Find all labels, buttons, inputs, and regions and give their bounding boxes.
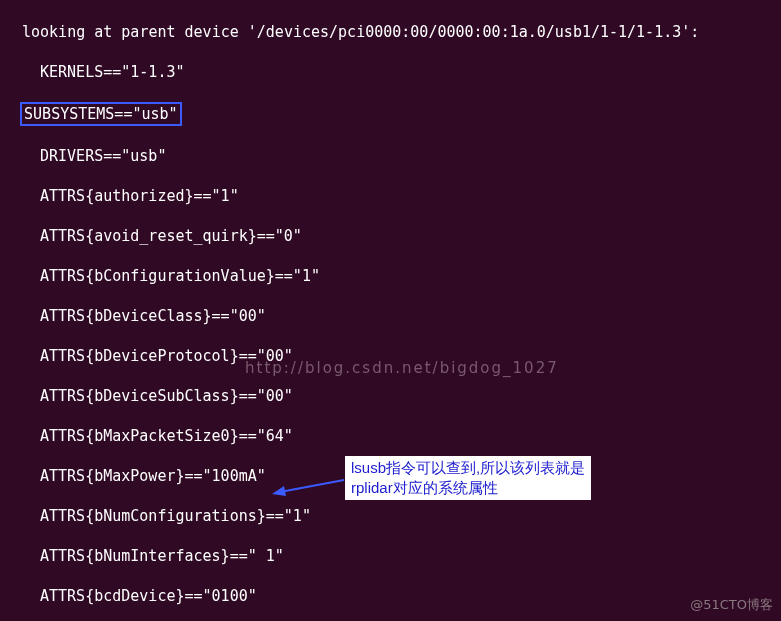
annotation-callout: lsusb指令可以查到,所以该列表就是 rplidar对应的系统属性 [345,456,591,500]
attr-line-boxed: SUBSYSTEMS=="usb" [4,102,781,126]
attr-line: ATTRS{bDeviceSubClass}=="00" [4,386,781,406]
attr-line: ATTRS{bcdDevice}=="0100" [4,586,781,606]
attr-line: DRIVERS=="usb" [4,146,781,166]
terminal-output: looking at parent device '/devices/pci00… [0,0,781,621]
header-line: looking at parent device '/devices/pci00… [4,22,781,42]
attr-line: ATTRS{authorized}=="1" [4,186,781,206]
attr-line: ATTRS{bDeviceProtocol}=="00" [4,346,781,366]
attr-line: ATTRS{bDeviceClass}=="00" [4,306,781,326]
attr-line: ATTRS{bNumConfigurations}=="1" [4,506,781,526]
annotation-line1: lsusb指令可以查到,所以该列表就是 [351,458,585,478]
highlight-subsystems: SUBSYSTEMS=="usb" [20,102,182,126]
attr-line: ATTRS{bMaxPacketSize0}=="64" [4,426,781,446]
attr-line: ATTRS{bNumInterfaces}==" 1" [4,546,781,566]
attr-line: ATTRS{bConfigurationValue}=="1" [4,266,781,286]
annotation-line2: rplidar对应的系统属性 [351,478,585,498]
attr-line: KERNELS=="1-1.3" [4,62,781,82]
attr-line: ATTRS{avoid_reset_quirk}=="0" [4,226,781,246]
